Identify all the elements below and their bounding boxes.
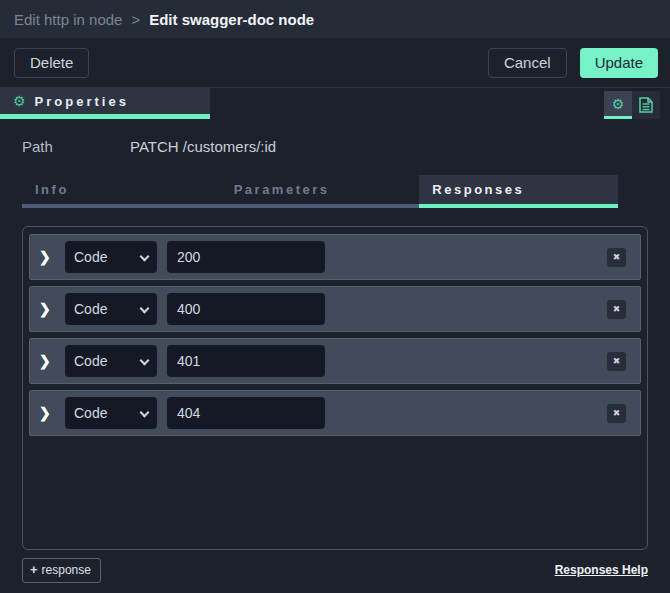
close-icon[interactable]: ✖ xyxy=(607,352,626,371)
breadcrumb-parent-link[interactable]: Edit http in node xyxy=(14,11,122,28)
properties-view-button[interactable]: ⚙ xyxy=(604,91,632,119)
breadcrumb: Edit http in node > Edit swagger-doc nod… xyxy=(0,0,670,38)
document-icon xyxy=(639,97,653,113)
chevron-right-icon[interactable]: ❯ xyxy=(39,301,61,317)
response-row: ❯ Code ✖ xyxy=(29,286,641,332)
update-button[interactable]: Update xyxy=(580,48,658,78)
gear-icon: ⚙ xyxy=(612,97,625,111)
response-code-input[interactable] xyxy=(167,293,325,325)
dialog-toolbar: Delete Cancel Update xyxy=(0,38,670,88)
chevron-right-icon[interactable]: ❯ xyxy=(39,249,61,265)
properties-bar: ⚙ Properties ⚙ xyxy=(0,88,670,119)
delete-button[interactable]: Delete xyxy=(14,48,89,78)
response-type-select[interactable]: Code xyxy=(65,345,157,377)
responses-list: ❯ Code ✖ ❯ Code ✖ ❯ xyxy=(22,226,648,550)
breadcrumb-separator: > xyxy=(131,11,140,28)
response-code-input[interactable] xyxy=(167,241,325,273)
path-field-row: Path PATCH /customers/:id xyxy=(0,132,670,160)
panel-view-toggle: ⚙ xyxy=(604,91,660,119)
response-type-select[interactable]: Code xyxy=(65,397,157,429)
response-row: ❯ Code ✖ xyxy=(29,338,641,384)
toolbar-right-group: Cancel Update xyxy=(488,48,658,78)
tab-parameters[interactable]: Parameters xyxy=(221,175,420,208)
cancel-button[interactable]: Cancel xyxy=(488,48,567,78)
dialog-footer: + response Responses Help xyxy=(0,547,670,593)
response-type-select-wrap: Code xyxy=(65,345,157,377)
add-response-label: response xyxy=(42,563,91,577)
page-title: Edit swagger-doc node xyxy=(149,11,314,28)
add-response-button[interactable]: + response xyxy=(22,558,101,583)
gear-icon: ⚙ xyxy=(13,94,26,108)
tab-responses[interactable]: Responses xyxy=(419,175,618,208)
response-type-select[interactable]: Code xyxy=(65,293,157,325)
path-label: Path xyxy=(22,138,130,155)
responses-help-link[interactable]: Responses Help xyxy=(555,563,648,577)
chevron-right-icon[interactable]: ❯ xyxy=(39,405,61,421)
response-type-select-wrap: Code xyxy=(65,397,157,429)
response-type-select[interactable]: Code xyxy=(65,241,157,273)
path-value: PATCH /customers/:id xyxy=(130,138,276,155)
tab-info[interactable]: Info xyxy=(22,175,221,208)
response-type-select-wrap: Code xyxy=(65,241,157,273)
response-type-select-wrap: Code xyxy=(65,293,157,325)
response-row: ❯ Code ✖ xyxy=(29,234,641,280)
close-icon[interactable]: ✖ xyxy=(607,248,626,267)
edit-node-dialog: Edit http in node > Edit swagger-doc nod… xyxy=(0,0,670,593)
close-icon[interactable]: ✖ xyxy=(607,300,626,319)
close-icon[interactable]: ✖ xyxy=(607,404,626,423)
section-tabs: Info Parameters Responses xyxy=(22,175,618,208)
chevron-right-icon[interactable]: ❯ xyxy=(39,353,61,369)
properties-tab-label: Properties xyxy=(35,94,129,109)
tab-properties[interactable]: ⚙ Properties xyxy=(0,88,210,119)
response-code-input[interactable] xyxy=(167,345,325,377)
response-code-input[interactable] xyxy=(167,397,325,429)
response-row: ❯ Code ✖ xyxy=(29,390,641,436)
plus-icon: + xyxy=(30,563,38,576)
documentation-view-button[interactable] xyxy=(632,91,660,119)
